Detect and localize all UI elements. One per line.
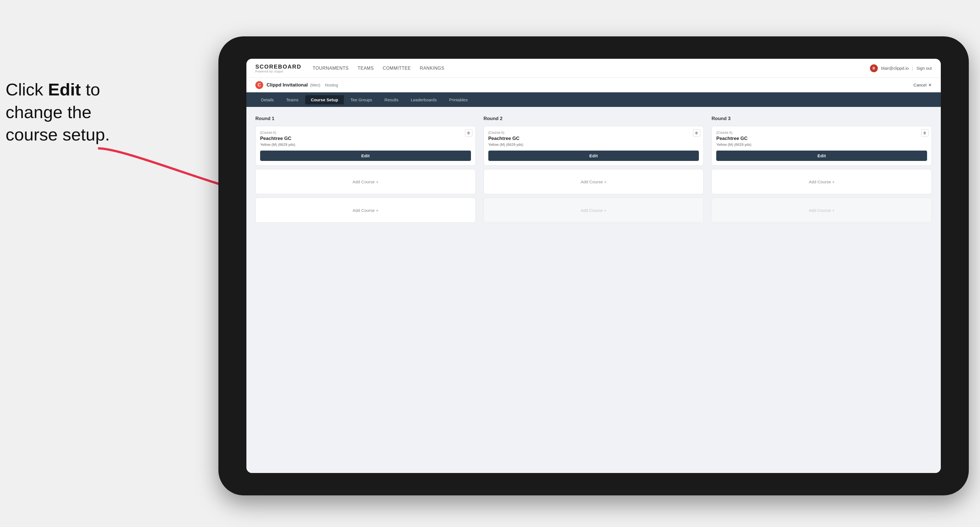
add-course-label: Add Course +: [809, 179, 835, 184]
course-card-r2-c1: (Course A)Peachtree GCYellow (M) (6629 y…: [484, 126, 704, 166]
add-course-card-r2-1[interactable]: Add Course +: [484, 169, 704, 194]
edit-course-button-r3[interactable]: Edit: [716, 151, 927, 161]
user-email: blair@clippd.io: [881, 66, 909, 70]
add-course-card-r3-2: Add Course +: [711, 198, 932, 223]
instruction-bold: Edit: [48, 80, 81, 99]
round-title-1: Round 1: [255, 116, 476, 121]
course-card-wrapper-r1-c1: (Course A)Peachtree GCYellow (M) (6629 y…: [255, 126, 476, 169]
c-logo-icon: C: [255, 81, 263, 89]
logo-title: SCOREBOARD: [255, 63, 301, 70]
tab-printables[interactable]: Printables: [444, 95, 474, 105]
tab-course-setup[interactable]: Course Setup: [305, 95, 344, 105]
course-card-r1-c1: (Course A)Peachtree GCYellow (M) (6629 y…: [255, 126, 476, 166]
instruction-text: Click Edit tochange thecourse setup.: [6, 78, 110, 146]
tablet-device: SCOREBOARD Powered by clippd TOURNAMENTS…: [218, 37, 969, 495]
close-icon: ✕: [928, 83, 932, 87]
add-course-label: Add Course +: [353, 208, 378, 213]
pipe-divider: |: [912, 66, 913, 70]
add-course-label: Add Course +: [581, 179, 606, 184]
tournament-name: Clippd Invitational: [267, 82, 308, 88]
course-name: Peachtree GC: [716, 136, 927, 141]
cancel-button[interactable]: Cancel ✕: [913, 83, 932, 87]
course-card-r3-c1: (Course A)Peachtree GCYellow (M) (6629 y…: [711, 126, 932, 166]
user-avatar: B: [870, 64, 878, 72]
top-nav-right: B blair@clippd.io | Sign out: [870, 64, 932, 72]
tab-nav: DetailsTeamsCourse SetupTee GroupsResult…: [247, 92, 941, 107]
round-column-3: Round 3(Course A)Peachtree GCYellow (M) …: [711, 116, 932, 226]
course-label: (Course A): [716, 131, 927, 135]
scoreboard-logo: SCOREBOARD Powered by clippd: [255, 63, 301, 73]
edit-course-button-r2[interactable]: Edit: [488, 151, 699, 161]
rounds-grid: Round 1(Course A)Peachtree GCYellow (M) …: [255, 116, 932, 226]
sign-out-link[interactable]: Sign out: [916, 66, 932, 70]
course-name: Peachtree GC: [488, 136, 699, 141]
round-column-1: Round 1(Course A)Peachtree GCYellow (M) …: [255, 116, 476, 226]
tournament-bar: C Clippd Invitational (Men) Hosting Canc…: [247, 78, 941, 92]
tournament-status: Hosting: [325, 83, 338, 87]
add-course-card-r1-1[interactable]: Add Course +: [255, 169, 476, 194]
course-details: Yellow (M) (6629 yds): [260, 143, 471, 147]
edit-course-button-r1[interactable]: Edit: [260, 151, 471, 161]
delete-course-button[interactable]: 🗑: [693, 129, 700, 137]
add-course-label: Add Course +: [581, 208, 606, 213]
course-card-wrapper-r2-c1: (Course A)Peachtree GCYellow (M) (6629 y…: [484, 126, 704, 169]
add-course-card-r3-1[interactable]: Add Course +: [711, 169, 932, 194]
round-column-2: Round 2(Course A)Peachtree GCYellow (M) …: [484, 116, 704, 226]
tab-teams[interactable]: Teams: [280, 95, 304, 105]
round-title-3: Round 3: [711, 116, 932, 121]
nav-committee[interactable]: COMMITTEE: [383, 66, 411, 71]
course-label: (Course A): [488, 131, 699, 135]
round-title-2: Round 2: [484, 116, 704, 121]
add-course-label: Add Course +: [353, 179, 378, 184]
tab-results[interactable]: Results: [379, 95, 404, 105]
top-nav: SCOREBOARD Powered by clippd TOURNAMENTS…: [247, 59, 941, 78]
nav-rankings[interactable]: RANKINGS: [420, 66, 444, 71]
top-nav-links: TOURNAMENTS TEAMS COMMITTEE RANKINGS: [312, 66, 870, 71]
course-label: (Course A): [260, 131, 471, 135]
tab-leaderboards[interactable]: Leaderboards: [405, 95, 442, 105]
add-course-card-r2-2: Add Course +: [484, 198, 704, 223]
tab-tee-groups[interactable]: Tee Groups: [345, 95, 378, 105]
nav-teams[interactable]: TEAMS: [358, 66, 374, 71]
nav-tournaments[interactable]: TOURNAMENTS: [312, 66, 348, 71]
course-name: Peachtree GC: [260, 136, 471, 141]
course-card-wrapper-r3-c1: (Course A)Peachtree GCYellow (M) (6629 y…: [711, 126, 932, 169]
add-course-label: Add Course +: [809, 208, 835, 213]
logo-sub: Powered by clippd: [255, 70, 301, 73]
tab-details[interactable]: Details: [255, 95, 280, 105]
tablet-screen: SCOREBOARD Powered by clippd TOURNAMENTS…: [247, 59, 941, 473]
course-details: Yellow (M) (6629 yds): [716, 143, 927, 147]
tournament-gender: (Men): [310, 83, 320, 87]
course-details: Yellow (M) (6629 yds): [488, 143, 699, 147]
add-course-card-r1-2[interactable]: Add Course +: [255, 198, 476, 223]
main-content: Round 1(Course A)Peachtree GCYellow (M) …: [247, 107, 941, 473]
instruction-prefix: Click: [6, 80, 48, 99]
delete-course-button[interactable]: 🗑: [465, 129, 473, 137]
delete-course-button[interactable]: 🗑: [921, 129, 929, 137]
